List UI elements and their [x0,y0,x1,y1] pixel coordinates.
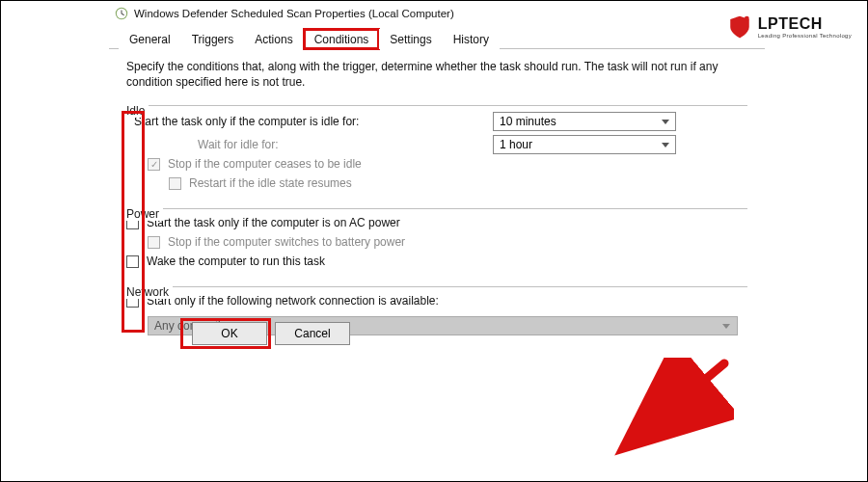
label-stop-battery: Stop if the computer switches to battery… [168,235,405,249]
checkbox-stop-battery[interactable] [148,236,160,249]
svg-point-0 [745,16,749,21]
titlebar: Windows Defender Scheduled Scan Properti… [109,1,765,26]
select-idle-duration[interactable]: 10 minutes [493,112,676,131]
brand-mark-icon [727,14,752,40]
group-idle: Idle Start the task only if the computer… [126,97,747,193]
label-stop-not-idle: Stop if the computer ceases to be idle [168,157,362,171]
select-idle-duration-value: 10 minutes [500,115,556,128]
checkbox-restart-idle[interactable] [169,177,181,190]
ok-button[interactable]: OK [192,322,267,345]
properties-dialog: Windows Defender Scheduled Scan Properti… [109,1,765,477]
label-idle-start: Start the task only if the computer is i… [134,115,359,128]
select-wait-duration[interactable]: 1 hour [493,135,676,154]
label-ac-power: Start the task only if the computer is o… [147,216,400,229]
group-idle-legend: Idle [126,104,149,118]
tabs: General Triggers Actions Conditions Sett… [109,26,765,49]
brand-text: LPTECH [758,15,852,33]
tab-actions[interactable]: Actions [244,29,303,49]
cancel-button[interactable]: Cancel [275,322,350,345]
button-bar: OK Cancel [92,322,747,345]
label-wake: Wake the computer to run this task [147,254,325,268]
conditions-panel: Specify the conditions that, along with … [109,49,765,335]
label-network: Start only if the following network conn… [147,294,439,308]
select-wait-duration-value: 1 hour [500,138,532,151]
checkbox-stop-not-idle[interactable]: ✓ [148,158,160,171]
group-network-legend: Network [126,285,173,299]
brand-logo: LPTECH Leading Professional Technology [727,14,852,40]
window-title: Windows Defender Scheduled Scan Properti… [134,8,454,19]
tab-general[interactable]: General [119,29,181,49]
tab-settings[interactable]: Settings [379,29,442,49]
brand-subtext: Leading Professional Technology [758,33,852,39]
tab-history[interactable]: History [443,29,500,49]
label-wait-idle: Wait for idle for: [198,138,279,151]
tab-conditions[interactable]: Conditions [304,29,380,49]
intro-text: Specify the conditions that, along with … [126,59,744,90]
group-power-legend: Power [126,207,163,221]
clock-icon [115,7,128,20]
group-power: Power Start the task only if the compute… [126,201,747,271]
tab-triggers[interactable]: Triggers [181,29,245,49]
checkbox-wake[interactable] [126,255,139,268]
label-restart-idle: Restart if the idle state resumes [189,176,352,190]
